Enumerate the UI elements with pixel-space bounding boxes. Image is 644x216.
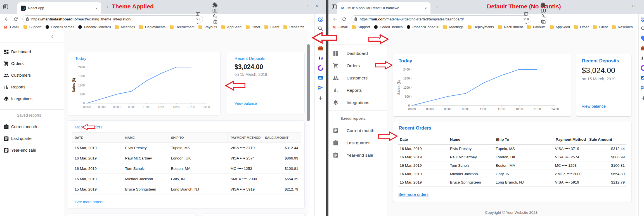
maximize-button[interactable]: □ xyxy=(301,2,311,10)
bookmark-item[interactable]: AppSeed xyxy=(221,25,242,29)
sidebar-nav-item[interactable]: Orders xyxy=(0,58,64,69)
close-button[interactable]: × xyxy=(311,2,322,10)
edge-sidebar-item[interactable] xyxy=(318,84,324,91)
page-scrollbar[interactable] xyxy=(307,30,310,216)
see-more-orders-link[interactable]: See more orders xyxy=(75,200,103,204)
edge-sidebar-item[interactable] xyxy=(640,84,644,91)
browser-tab-mui[interactable]: M MUI: A popular React UI framewo × xyxy=(337,2,430,14)
bookmark-item[interactable]: Other xyxy=(246,25,260,29)
bookmark-item[interactable]: Payouts xyxy=(527,25,545,29)
maximize-button[interactable]: □ xyxy=(628,2,639,10)
edge-sidebar-item[interactable] xyxy=(318,55,324,61)
read-aloud-icon[interactable] xyxy=(195,17,200,22)
bookmark-item[interactable]: Recruitment xyxy=(170,25,194,29)
tab-close-icon[interactable]: × xyxy=(424,6,428,10)
edge-sidebar-item[interactable] xyxy=(318,95,324,101)
favorites-icon[interactable] xyxy=(541,13,546,19)
bookmark-item[interactable]: Gmail xyxy=(4,25,19,29)
sidebar-nav-item[interactable]: Reports xyxy=(328,84,387,97)
sidebar-saved-report-item[interactable]: Year-end sale xyxy=(0,144,64,156)
edge-sidebar-item[interactable] xyxy=(318,16,324,22)
edge-sidebar-item[interactable] xyxy=(640,45,644,51)
bookmark-item[interactable]: Client xyxy=(264,25,279,29)
view-balance-link[interactable]: View balance xyxy=(582,104,606,109)
bookmark-item[interactable]: Meetings xyxy=(115,25,135,29)
minimize-button[interactable]: − xyxy=(290,2,301,10)
edge-sidebar-item[interactable] xyxy=(318,26,324,32)
bookmark-item[interactable]: Gmail xyxy=(333,25,348,29)
collapse-chevron-left-icon[interactable] xyxy=(50,34,55,39)
split-screen-icon[interactable] xyxy=(541,8,546,13)
extensions-hub-icon[interactable] xyxy=(541,0,546,2)
new-tab-button[interactable]: + xyxy=(106,4,109,10)
bookmark-item[interactable]: Deployments xyxy=(468,25,494,29)
today-chart-card: Today 060012001800240000:0003:0006:0009:… xyxy=(393,54,571,116)
edge-sidebar-item[interactable] xyxy=(640,26,644,32)
sidebar-nav-item[interactable]: Customers xyxy=(328,72,387,84)
edge-sidebar-item[interactable] xyxy=(318,65,324,71)
edge-sidebar-item[interactable] xyxy=(640,75,644,81)
bookmark-item[interactable]: PhoenixCoded20 xyxy=(78,25,111,29)
sidebar-nav-item[interactable]: Customers xyxy=(0,69,64,81)
edge-sidebar-item[interactable] xyxy=(640,55,644,61)
bookmark-item[interactable]: Research xyxy=(612,25,633,29)
bookmark-item[interactable]: CodedThemes xyxy=(374,25,402,29)
bookmark-item[interactable]: Meetings xyxy=(443,25,463,29)
sidebar-nav-item[interactable]: Integrations xyxy=(0,93,64,105)
orders-column-header: Sale Amount xyxy=(262,133,301,143)
collections-icon[interactable] xyxy=(541,19,546,25)
sidebar-header xyxy=(0,30,64,43)
edge-sidebar-item[interactable] xyxy=(640,16,644,22)
bookmark-item[interactable]: Recruitment xyxy=(498,25,523,29)
edge-sidebar-item[interactable] xyxy=(318,45,324,51)
bookmark-item[interactable]: Payouts xyxy=(198,25,217,29)
collections-icon[interactable] xyxy=(212,19,218,25)
see-more-orders-link[interactable]: See more orders xyxy=(398,192,428,197)
bookmark-item[interactable]: Support xyxy=(352,25,370,29)
bookmark-item[interactable]: AppSeed xyxy=(550,25,570,29)
edge-sidebar-item[interactable] xyxy=(640,95,644,101)
tab-grid-icon[interactable] xyxy=(524,11,529,17)
read-aloud-icon[interactable] xyxy=(524,17,529,22)
bookmark-item[interactable]: Client xyxy=(593,25,608,29)
refresh-icon[interactable] xyxy=(342,17,347,22)
new-tab-button[interactable]: + xyxy=(435,4,439,10)
bookmark-item[interactable]: Deployments xyxy=(139,25,165,29)
tab-grid-icon[interactable] xyxy=(195,11,200,17)
sidebar-saved-report-item[interactable]: Current month xyxy=(0,121,64,133)
extensions-icon[interactable] xyxy=(212,2,218,8)
tab-close-icon[interactable]: × xyxy=(94,6,98,10)
back-icon[interactable] xyxy=(4,17,9,22)
sidebar-saved-report-item[interactable]: Year-end sale xyxy=(328,149,387,161)
address-bar[interactable]: https://mui.com/material-ui/getting-star… xyxy=(351,15,531,23)
sidebar-nav-item[interactable]: Integrations xyxy=(328,97,387,109)
bookmark-item[interactable]: Support xyxy=(23,25,42,29)
sidebar-nav-item[interactable]: Dashboard xyxy=(328,47,387,60)
extensions-icon[interactable] xyxy=(541,2,546,8)
tab-workspaces-icon[interactable] xyxy=(332,4,337,9)
edge-sidebar-item[interactable] xyxy=(318,75,324,81)
view-balance-link[interactable]: View balance xyxy=(235,101,257,105)
browser-tab-react-app[interactable]: React App × xyxy=(17,2,101,14)
minimize-button[interactable]: − xyxy=(618,2,628,10)
refresh-icon[interactable] xyxy=(13,17,18,22)
tab-workspaces-icon[interactable] xyxy=(3,4,8,9)
scrollbar-thumb[interactable] xyxy=(307,44,310,121)
sidebar-nav-item[interactable]: Reports xyxy=(0,81,64,93)
split-screen-icon[interactable] xyxy=(212,8,218,13)
bookmark-item[interactable]: CodedThemes xyxy=(46,25,74,29)
bookmark-item[interactable]: Other xyxy=(574,25,589,29)
edge-sidebar-item[interactable] xyxy=(640,35,644,41)
sidebar-saved-report-item[interactable]: Last quarter xyxy=(0,133,64,144)
your-website-link[interactable]: Your Website xyxy=(506,210,528,215)
url-text[interactable]: https://mantisdashboard.io/react/existin… xyxy=(31,17,192,21)
address-bar[interactable]: https://mantisdashboard.io/react/existin… xyxy=(22,15,203,23)
extensions-hub-icon[interactable] xyxy=(212,0,218,2)
favorites-icon[interactable] xyxy=(212,13,218,19)
bookmark-item[interactable]: PhoenixCoded20 xyxy=(407,25,439,29)
edge-sidebar-item[interactable] xyxy=(640,65,644,71)
url-text[interactable]: https://mui.com/material-ui/getting-star… xyxy=(360,17,520,21)
back-icon[interactable] xyxy=(332,17,338,22)
bookmark-item[interactable]: Research xyxy=(283,25,304,29)
sidebar-nav-item[interactable]: Dashboard xyxy=(0,46,64,58)
